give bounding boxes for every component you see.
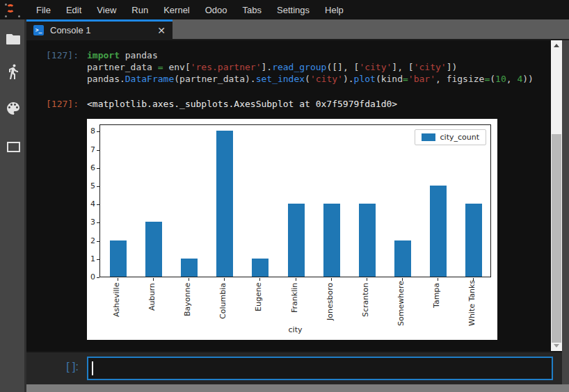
running-sessions-icon[interactable] [5, 63, 22, 80]
plot-area: city_count [99, 124, 491, 277]
bar [323, 204, 340, 277]
bar [394, 240, 411, 277]
y-tick-label: 2 [87, 236, 95, 245]
y-tick-label: 4 [87, 199, 95, 209]
x-tick-mark [367, 278, 367, 281]
x-tick-mark [189, 278, 189, 281]
bar [465, 204, 482, 277]
y-tick-label: 3 [87, 218, 95, 227]
x-tick-label: Auburn [147, 283, 159, 326]
console-input-row: [ ]: [26, 351, 562, 384]
y-tick-label: 7 [87, 145, 95, 154]
bar [216, 131, 233, 277]
x-axis-title: city [99, 325, 491, 334]
y-tick-mark [97, 150, 99, 151]
y-tick-label: 8 [87, 126, 95, 136]
x-tick-mark [331, 278, 332, 281]
x-tick-label: Bayonne [183, 283, 194, 326]
menu-file[interactable]: File [29, 5, 58, 15]
menu-odoo[interactable]: Odoo [198, 5, 235, 15]
code-cell: [127]: import pandaspartner_data = env['… [26, 40, 562, 85]
x-tick-mark [259, 278, 260, 281]
scroll-up-icon[interactable] [551, 40, 562, 50]
x-tick-label: Eugene [254, 283, 265, 326]
bottom-strip [26, 384, 569, 392]
x-tick-label: Asheville [112, 283, 123, 326]
y-tick-mark [97, 131, 99, 132]
app-logo-icon [3, 1, 22, 19]
console-panel: [127]: import pandaspartner_data = env['… [26, 40, 562, 351]
bar [181, 259, 198, 277]
y-tick-mark [97, 277, 99, 278]
code-editor[interactable]: import pandaspartner_data = env['res.par… [87, 49, 534, 85]
scrollbar-thumb[interactable] [552, 134, 561, 343]
code-line: pandas.DataFrame(partner_data).set_index… [87, 73, 534, 85]
scroll-down-icon[interactable] [551, 341, 562, 351]
code-line: partner_data = env['res.partner'].read_g… [87, 61, 534, 73]
bar [110, 240, 127, 277]
y-tick-mark [97, 241, 99, 242]
y-tick-label: 0 [87, 272, 95, 281]
y-tick-mark [97, 222, 99, 223]
x-tick-label: Jonesboro [326, 283, 337, 326]
console-terminal-icon: >_ [33, 25, 44, 35]
x-tick-mark [296, 278, 296, 281]
y-tick-label: 1 [87, 254, 95, 263]
menu-settings[interactable]: Settings [269, 5, 317, 15]
menu-kernel[interactable]: Kernel [156, 5, 198, 15]
tab-title: Console 1 [50, 25, 157, 35]
open-tabs-icon[interactable] [5, 138, 22, 155]
menubar: FileEditViewRunKernelOdooTabsSettingsHel… [0, 0, 569, 19]
tabbar: >_ Console 1 ✕ [26, 19, 569, 40]
y-tick-mark [97, 186, 99, 187]
next-input-prompt: [ ]: [26, 352, 87, 384]
output-area: [127]: <matplotlib.axes._subplots.AxesSu… [26, 98, 562, 110]
console-input-box[interactable] [87, 357, 553, 380]
x-tick-mark [118, 278, 118, 281]
y-tick-mark [97, 259, 99, 260]
output-repr-text: <matplotlib.axes._subplots.AxesSubplot a… [87, 98, 397, 110]
output-prompt: [127]: [26, 98, 87, 110]
menu-edit[interactable]: Edit [58, 5, 89, 15]
menu-tabs[interactable]: Tabs [235, 5, 269, 15]
bar [288, 204, 305, 277]
bar [252, 259, 269, 277]
menu-view[interactable]: View [89, 5, 124, 15]
x-tick-label: Tampa [432, 283, 443, 326]
x-tick-mark [438, 278, 438, 281]
input-prompt: [127]: [26, 49, 87, 85]
y-tick-mark [97, 168, 99, 169]
y-tick-label: 5 [87, 181, 95, 190]
x-tick-label: Somewhere [396, 283, 408, 326]
x-tick-mark [224, 278, 225, 281]
vertical-scrollbar[interactable] [551, 40, 562, 351]
y-tick-mark [97, 204, 99, 205]
bar [430, 186, 447, 277]
file-browser-icon[interactable] [5, 31, 22, 47]
menu-help[interactable]: Help [317, 5, 351, 15]
menubar-items: FileEditViewRunKernelOdooTabsSettingsHel… [29, 5, 351, 15]
legend-label: city_count [440, 133, 479, 142]
command-palette-icon[interactable] [5, 100, 22, 117]
x-tick-label: White Tanks [467, 283, 479, 326]
legend-swatch [422, 133, 435, 141]
close-tab-icon[interactable]: ✕ [157, 26, 166, 35]
x-tick-mark [153, 278, 154, 281]
x-tick-label: Scranton [361, 283, 372, 326]
x-tick-label: Franklin [290, 283, 301, 326]
x-tick-label: Columbia [218, 283, 230, 326]
chart-legend: city_count [415, 129, 486, 145]
left-sidebar [0, 19, 26, 392]
bar [145, 222, 162, 277]
menu-run[interactable]: Run [124, 5, 156, 15]
tab-console-1[interactable]: >_ Console 1 ✕ [26, 19, 173, 39]
matplotlib-figure: city_count city 012345678AshevilleAuburn… [87, 119, 497, 340]
code-line: import pandas [87, 49, 534, 61]
bar [359, 204, 376, 277]
y-tick-label: 6 [87, 163, 95, 172]
console-input[interactable] [93, 358, 552, 379]
